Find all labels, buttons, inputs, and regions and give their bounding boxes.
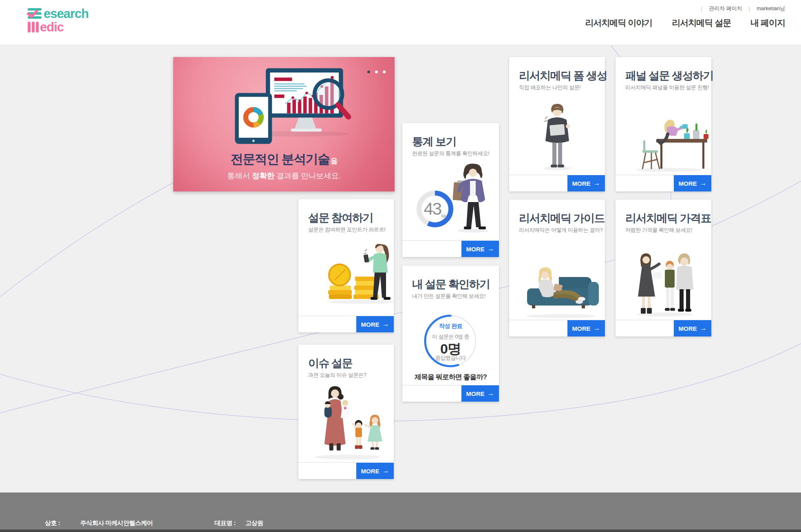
progress-donut-chart xyxy=(416,190,454,228)
survey-respondent-line2: 응답했습니다 xyxy=(402,354,499,362)
more-button[interactable]: MORE → xyxy=(567,320,605,336)
more-label: MORE xyxy=(466,390,485,397)
research-medic-logo[interactable]: esearch edic xyxy=(28,7,109,38)
ceo-value: 고상원 xyxy=(245,519,263,527)
username-link[interactable]: marketian님 xyxy=(757,5,785,12)
arrow-right-icon: → xyxy=(488,389,494,398)
more-label: MORE xyxy=(361,321,380,328)
card-title: 리서치메딕 가격표 xyxy=(625,211,711,226)
card-subtitle: 저렴한 가격을 확인해 보세요! xyxy=(625,226,692,234)
more-button[interactable]: MORE → xyxy=(461,385,499,402)
more-label: MORE xyxy=(361,468,380,475)
utility-links: | 관리자 페이지 | marketian님 xyxy=(701,5,785,12)
card-participate-survey[interactable]: 설문 참여하기 설문은 참여하면 포인트가 와르르! xyxy=(298,199,394,332)
card-title: 리서치메딕 가이드 xyxy=(519,211,605,226)
card-footer: MORE → xyxy=(402,385,499,402)
nav-item-story[interactable]: 리서치메딕 이야기 xyxy=(585,17,652,29)
card-my-surveys[interactable]: 내 설문 확인하기 내가 만든 설문을 확인해 보세요! 작성 완료 이 설문은… xyxy=(402,266,499,402)
carousel-dot-1[interactable] xyxy=(367,70,370,73)
main-nav: 리서치메딕 이야기 리서치메딕 설문 내 페이지 xyxy=(585,17,785,29)
mother-and-children-illustration xyxy=(309,383,386,460)
card-subtitle: 리서치메딕 패널을 이용한 설문 진행! xyxy=(625,84,709,91)
survey-title-question: 제목을 뭐로하면 좋을까? xyxy=(402,372,499,382)
page: esearch edic | 관리자 페이지 | marketian님 리서치메… xyxy=(0,0,801,532)
arrow-right-icon: → xyxy=(700,179,707,187)
card-subtitle: 완료된 설문의 통계를 확인하세요! xyxy=(412,150,489,157)
carousel-dot-2[interactable] xyxy=(375,70,378,73)
footer-bottom-edge xyxy=(0,530,801,532)
card-issue-survey[interactable]: 이슈 설문 과연 오늘의 이슈 설문은? xyxy=(298,345,394,479)
three-people-illustration xyxy=(629,248,698,318)
more-button[interactable]: MORE → xyxy=(356,316,394,332)
nav-item-mypage[interactable]: 내 페이지 xyxy=(750,17,785,29)
card-subtitle: 설문은 참여하면 포인트가 와르르! xyxy=(308,226,385,233)
card-subtitle: 직접 배포하는 나만의 설문! xyxy=(519,84,580,91)
card-title: 리서치메딕 폼 생성 xyxy=(519,68,607,83)
card-subtitle: 과연 오늘의 이슈 설문은? xyxy=(308,372,366,379)
admin-page-link[interactable]: 관리자 페이지 xyxy=(709,5,742,12)
top-header: esearch edic | 관리자 페이지 | marketian님 리서치메… xyxy=(0,0,801,45)
survey-status-label: 작성 완료 xyxy=(402,323,499,330)
arrow-right-icon: → xyxy=(382,320,389,328)
card-form-create[interactable]: 리서치메딕 폼 생성 직접 배포하는 나만의 설문! MORE → xyxy=(509,57,605,191)
divider: | xyxy=(701,6,702,12)
person-with-laptop-illustration xyxy=(533,102,582,171)
arrow-right-icon: → xyxy=(594,324,600,332)
banner-subtitle-bold: 정확한 xyxy=(252,171,275,180)
card-footer: MORE → xyxy=(298,462,394,479)
card-title: 내 설문 확인하기 xyxy=(412,277,490,292)
analytics-monitor-illustration xyxy=(208,65,355,146)
logo-m-bars-icon xyxy=(28,22,39,33)
banner-subtitle-pre: 통해서 xyxy=(227,171,252,180)
card-title: 설문 참여하기 xyxy=(308,211,373,225)
card-guide[interactable]: 리서치메딕 가이드 리서치메딕은 어떻게 이용하는 걸까? MORE → xyxy=(509,200,605,336)
carousel-dot-3[interactable] xyxy=(383,70,386,73)
card-footer: MORE → xyxy=(509,175,605,191)
logo-text-research: esearch xyxy=(44,7,88,20)
card-pricing[interactable]: 리서치메딕 가격표 저렴한 가격을 확인해 보세요! xyxy=(616,200,711,336)
more-button[interactable]: MORE → xyxy=(356,463,394,479)
carousel-dots xyxy=(367,70,386,73)
arrow-right-icon: → xyxy=(700,324,707,332)
hero-banner[interactable]: 전문적인 분석기술을 통해서 정확한 결과를 만나보세요. xyxy=(173,57,395,191)
card-footer: MORE → xyxy=(402,240,499,257)
nav-item-survey[interactable]: 리서치메딕 설문 xyxy=(672,17,731,29)
banner-title-suffix: 을 xyxy=(331,157,338,165)
more-button[interactable]: MORE → xyxy=(674,320,711,336)
more-label: MORE xyxy=(679,325,697,332)
banner-text: 전문적인 분석기술을 통해서 정확한 결과를 만나보세요. xyxy=(173,151,395,181)
ceo-label: 대표명 : xyxy=(214,519,236,527)
card-view-statistics[interactable]: 통계 보기 완료된 설문의 통계를 확인하세요! 43 % MORE xyxy=(402,123,499,257)
card-footer: MORE → xyxy=(616,175,711,191)
card-subtitle: 내가 만든 설문을 확인해 보세요! xyxy=(412,292,485,300)
woman-with-phone-and-coins-illustration xyxy=(322,233,398,305)
person-reading-on-couch-illustration xyxy=(520,262,601,319)
more-button[interactable]: MORE → xyxy=(461,241,499,257)
card-subtitle: 리서치메딕은 어떻게 이용하는 걸까? xyxy=(519,226,602,234)
more-label: MORE xyxy=(679,180,697,187)
page-footer: 상호 : 주식회사 마케시안헬스케어 대표명 : 고상원 xyxy=(0,492,801,530)
more-label: MORE xyxy=(466,246,485,253)
arrow-right-icon: → xyxy=(594,179,600,187)
arrow-right-icon: → xyxy=(382,467,389,475)
card-footer: MORE → xyxy=(616,320,711,336)
card-panel-survey[interactable]: 패널 설문 생성하기 리서치메딕 패널을 이용한 설문 진행! xyxy=(616,57,711,191)
more-button[interactable]: MORE → xyxy=(674,175,711,191)
card-title: 이슈 설문 xyxy=(308,356,352,371)
more-label: MORE xyxy=(572,325,591,332)
company-value: 주식회사 마케시안헬스케어 xyxy=(80,519,153,527)
company-label: 상호 : xyxy=(45,519,60,527)
arrow-right-icon: → xyxy=(488,245,494,253)
more-button[interactable]: MORE → xyxy=(567,175,605,191)
banner-subtitle-post: 결과를 만나보세요. xyxy=(274,171,340,180)
card-title: 패널 설문 생성하기 xyxy=(625,68,713,83)
logo-text-medic: edic xyxy=(40,21,64,33)
banner-title: 전문적인 분석기술 xyxy=(231,152,330,166)
card-title: 통계 보기 xyxy=(412,134,456,149)
more-label: MORE xyxy=(572,180,591,187)
logo-hamburger-check-icon xyxy=(28,8,43,20)
girl-watering-plants-illustration xyxy=(628,101,709,173)
divider: | xyxy=(749,6,750,12)
card-footer: MORE → xyxy=(509,320,605,336)
card-footer: MORE → xyxy=(298,316,394,332)
